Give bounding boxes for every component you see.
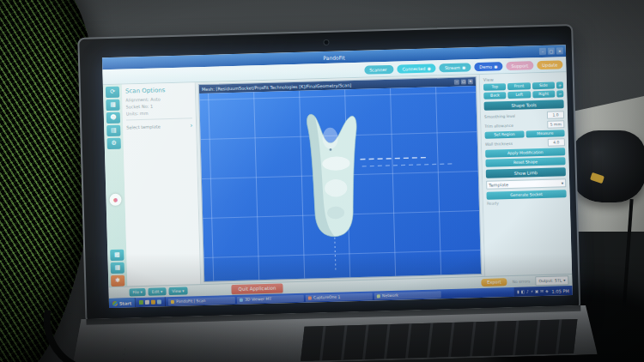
param-value-input[interactable]: 5 mm (547, 120, 564, 129)
file-menu-button[interactable]: File ▾ (129, 288, 145, 297)
show-limb-button[interactable]: Show Limb (486, 167, 566, 178)
app-icon (377, 294, 380, 298)
toolbar-pill-demo[interactable]: Demo ◉ (474, 62, 503, 71)
view-left-button[interactable]: Left (508, 91, 532, 99)
zoom-out-button[interactable]: − (556, 90, 563, 97)
view-menu-button[interactable]: View ▾ (168, 287, 188, 296)
value-label: Wall thickness (485, 142, 513, 147)
measurement-dashed-line (362, 164, 453, 166)
param-value-input[interactable]: 1.0 (547, 111, 564, 119)
status-dot-icon: ◉ (494, 62, 498, 70)
settings-icon[interactable]: ⚙ (107, 138, 121, 149)
quicklaunch-icon[interactable] (151, 300, 155, 305)
file-icon[interactable]: ▤ (106, 125, 120, 136)
task-label: CaptureOne 1 (313, 295, 340, 300)
axis-dotted-line (335, 238, 336, 273)
pill-label: Connected (402, 63, 425, 73)
parameter-row: Trim allowance 5 mm (484, 120, 564, 130)
tray-icon[interactable]: ✉ (540, 289, 544, 293)
target-icon[interactable]: ✱ (111, 275, 125, 287)
taskbar-task-capture[interactable]: CaptureOne 1 (306, 293, 373, 301)
view-top-button[interactable]: Top (483, 83, 507, 91)
maximize-icon[interactable]: ▢ (548, 48, 555, 55)
status-dot-icon: ◉ (462, 63, 466, 71)
toolbar-spacer (106, 69, 361, 76)
view-front-button[interactable]: Front (507, 82, 531, 90)
view-label: View (483, 75, 563, 82)
toolbar-pill-connected[interactable]: Connected ◉ (397, 63, 436, 73)
template-selector[interactable]: Select template › (126, 122, 192, 130)
apply-modification-button[interactable]: Apply Modification (485, 148, 565, 158)
panel-title: Scan Options (125, 86, 191, 94)
view-back-button[interactable]: Back (483, 92, 507, 100)
app-icon (308, 296, 312, 299)
quicklaunch-icon[interactable] (145, 300, 149, 305)
user-icon[interactable]: ☻ (106, 112, 120, 124)
toolbar-pill-update[interactable]: Update (537, 60, 562, 69)
tray-icon[interactable]: ▮ (517, 290, 519, 294)
tray-icon[interactable]: ▣ (535, 289, 538, 293)
start-label: Start (119, 300, 131, 305)
toolbar-pill-support[interactable]: Support (506, 61, 533, 70)
scan-info-row: Alignment: Auto (125, 95, 191, 102)
view-buttons-row: Top Front Side + (483, 81, 563, 91)
taskbar-task-pandofit[interactable]: PandoFit | Scan (168, 297, 235, 305)
set-region-button[interactable]: Set Region (485, 131, 525, 139)
chevron-down-icon: ▾ (563, 278, 565, 282)
shape-tools-button[interactable]: Shape Tools (484, 100, 564, 111)
3d-viewport-canvas[interactable] (199, 86, 481, 281)
laptop-keyboard (301, 319, 578, 361)
minimize-icon[interactable]: – (539, 48, 546, 55)
taskbar-task-viewer[interactable]: 3D Viewer MT (237, 294, 304, 303)
photo-scene: PandoFit – ▢ ✕ Scanner (0, 0, 644, 362)
template-dropdown[interactable]: Template ▾ (486, 178, 566, 190)
scan-options-panel: Scan Options Alignment: Auto Socket No: … (122, 82, 202, 286)
icon-strip-gap: ● (105, 151, 126, 249)
zoom-in-button[interactable]: + (556, 81, 563, 88)
toolbar-pill-scanner[interactable]: Scanner (364, 64, 394, 74)
viewport-window-controls: – ▢ ✕ (454, 79, 473, 85)
maximize-icon[interactable]: ▢ (461, 79, 466, 84)
quick-launch-area (136, 297, 166, 307)
view-right-button[interactable]: Right (532, 91, 556, 99)
tray-icon[interactable]: ♪ (526, 289, 529, 293)
mid-buttons-row: Set Region Measure (485, 130, 565, 139)
chevron-right-icon: › (190, 122, 192, 129)
toolbar-pill-stream[interactable]: Stream ◉ (440, 63, 471, 72)
pill-label: Scanner (369, 64, 387, 74)
minimize-icon[interactable]: – (454, 80, 459, 85)
edit-menu-button[interactable]: Edit ▾ (149, 287, 167, 296)
close-icon[interactable]: ✕ (468, 79, 473, 84)
measurement-dashed-line (360, 158, 427, 160)
mesh-viewport-window: Mesh: [ResiduumSocket/ProsFit Technologi… (198, 76, 482, 282)
scan-icon[interactable]: ▦ (106, 100, 119, 111)
scan-info-row: Socket No: 1 (125, 102, 191, 109)
quit-application-button[interactable]: Quit Application (231, 283, 283, 294)
reset-shape-button[interactable]: Reset Shape (485, 157, 565, 167)
quicklaunch-icon[interactable] (139, 300, 143, 305)
quicklaunch-icon[interactable] (157, 299, 161, 304)
rotate-icon[interactable]: ⟳ (106, 87, 119, 98)
tray-icon[interactable]: ⚡ (531, 289, 533, 293)
pill-label: Support (511, 61, 528, 70)
measure-button[interactable]: Measure (526, 130, 565, 137)
record-icon[interactable]: ● (109, 193, 121, 205)
webcam (324, 40, 328, 45)
value-input[interactable]: 4.0 (548, 138, 565, 147)
export-button[interactable]: Export (481, 278, 507, 287)
view-side-button[interactable]: Side (532, 82, 556, 90)
palette-icon[interactable]: ▦ (111, 262, 125, 274)
taskbar-task-network[interactable]: Network (374, 291, 441, 299)
viewport-container: Mesh: [ResiduumSocket/ProsFit Technologi… (196, 75, 484, 284)
laptop-screen: PandoFit – ▢ ✕ Scanner (102, 45, 573, 308)
close-icon[interactable]: ✕ (556, 47, 563, 54)
chevron-down-icon: ▾ (562, 180, 564, 185)
tray-icon[interactable]: ◧ (521, 290, 525, 294)
tray-icon[interactable]: ◈ (545, 289, 549, 293)
output-dropdown[interactable]: Output: STL ▾ (535, 275, 568, 286)
tools-panel: View Top Front Side + Back Left Right (479, 72, 573, 276)
layers-icon[interactable]: ▩ (110, 250, 124, 261)
generate-socket-button[interactable]: Generate Socket (486, 190, 566, 200)
output-label: Output: STL (538, 278, 562, 283)
start-button[interactable]: Start (109, 298, 137, 308)
